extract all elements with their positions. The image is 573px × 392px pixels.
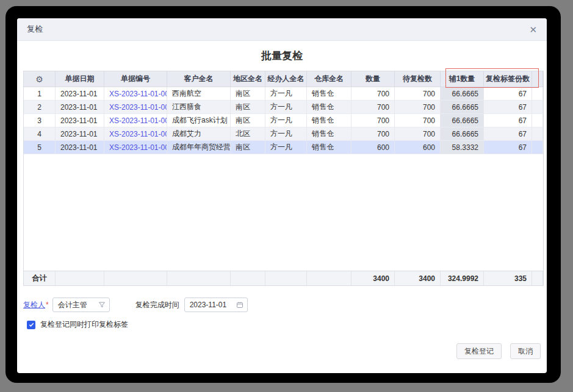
row-number: 2 bbox=[24, 101, 56, 114]
cell-customer: 成都年年商贸经营部 bbox=[167, 141, 231, 154]
cell-warehouse: 销售仓 bbox=[307, 101, 351, 114]
reviewer-label[interactable]: 复检人 bbox=[23, 300, 45, 310]
cell-qty: 700 bbox=[351, 114, 395, 127]
recheck-dialog: 复检 ✕ 批量复检 ⚙ 单据日期 单据编号 客户全名 地区全名 经办人全名 仓库… bbox=[17, 18, 547, 373]
dialog-header: 复检 ✕ bbox=[17, 18, 547, 41]
checkbox-checked-icon[interactable] bbox=[27, 321, 35, 329]
cell-label-copies[interactable]: 67 bbox=[484, 114, 532, 127]
totals-label-copies: 335 bbox=[484, 271, 532, 285]
cell-handler: 方一凡 bbox=[265, 127, 307, 141]
col-header-label-copies: 复检标签份数 bbox=[484, 71, 532, 87]
col-header-pending-qty: 待复检数 bbox=[395, 71, 441, 87]
calendar-icon bbox=[236, 301, 243, 308]
recheck-form-row: 复检人 * 会计主管 复检完成时间 2023-11-01 bbox=[23, 298, 248, 312]
table-empty-area bbox=[24, 154, 543, 271]
col-header-customer: 客户全名 bbox=[167, 71, 231, 87]
row-number: 1 bbox=[24, 87, 56, 101]
cell-handler: 方一凡 bbox=[265, 101, 307, 114]
cell-date: 2023-11-01 bbox=[56, 127, 104, 141]
table-header-row: ⚙ 单据日期 单据编号 客户全名 地区全名 经办人全名 仓库全名 数量 待复检数… bbox=[24, 71, 543, 87]
cell-warehouse: 销售仓 bbox=[307, 141, 351, 154]
cell-region: 南区 bbox=[231, 141, 265, 154]
cell-qty: 700 bbox=[351, 101, 395, 114]
col-header-region: 地区全名 bbox=[231, 71, 265, 87]
cell-warehouse: 销售仓 bbox=[307, 114, 351, 127]
col-header-warehouse: 仓库全名 bbox=[307, 71, 351, 87]
cell-qty: 700 bbox=[351, 87, 395, 101]
col-header-doc-no: 单据编号 bbox=[104, 71, 167, 87]
table-row[interactable]: 4 2023-11-01 XS-2023-11-01-00050 成都艾力 北区… bbox=[24, 127, 543, 141]
recheck-register-button[interactable]: 复检登记 bbox=[456, 343, 502, 359]
totals-label: 合计 bbox=[24, 271, 56, 285]
cell-pending-qty: 700 bbox=[395, 87, 441, 101]
cell-aux-qty: 66.6665 bbox=[441, 87, 484, 101]
batch-recheck-table: ⚙ 单据日期 单据编号 客户全名 地区全名 经办人全名 仓库全名 数量 待复检数… bbox=[23, 71, 544, 286]
cell-aux-qty: 66.6665 bbox=[441, 101, 484, 114]
doc-no-link[interactable]: XS-2023-11-01-00049 bbox=[109, 116, 167, 125]
cell-label-copies[interactable]: 67 bbox=[484, 141, 532, 154]
cell-aux-qty: 66.6665 bbox=[441, 127, 484, 141]
cell-date: 2023-11-01 bbox=[56, 87, 104, 101]
cell-qty: 700 bbox=[351, 127, 395, 141]
doc-no-link[interactable]: XS-2023-11-01-00051 bbox=[109, 143, 167, 152]
cell-warehouse: 销售仓 bbox=[307, 127, 351, 141]
print-label-checkbox-label: 复检登记同时打印复检标签 bbox=[40, 319, 128, 330]
row-number: 4 bbox=[24, 127, 56, 141]
cell-region: 南区 bbox=[231, 101, 265, 114]
table-row-selected[interactable]: 5 2023-11-01 XS-2023-11-01-00051 成都年年商贸经… bbox=[24, 141, 543, 154]
cell-customer: 西南航空 bbox=[167, 87, 231, 101]
totals-pending-qty: 3400 bbox=[395, 271, 441, 285]
col-header-qty: 数量 bbox=[351, 71, 395, 87]
dialog-title: 复检 bbox=[27, 24, 43, 35]
cell-region: 北区 bbox=[231, 127, 265, 141]
cell-customer: 江西膳食 bbox=[167, 101, 231, 114]
cell-aux-qty: 66.6665 bbox=[441, 114, 484, 127]
cell-date: 2023-11-01 bbox=[56, 101, 104, 114]
reviewer-value: 会计主管 bbox=[58, 300, 87, 310]
doc-no-link[interactable]: XS-2023-11-01-00047 bbox=[109, 90, 167, 98]
cell-label-copies[interactable]: 67 bbox=[484, 87, 532, 101]
cell-pending-qty: 600 bbox=[395, 141, 441, 154]
col-header-date: 单据日期 bbox=[56, 71, 104, 87]
cell-pending-qty: 700 bbox=[395, 127, 441, 141]
print-label-checkbox-row[interactable]: 复检登记同时打印复检标签 bbox=[27, 319, 128, 330]
cell-qty: 600 bbox=[351, 141, 395, 154]
page-title: 批量复检 bbox=[17, 49, 547, 63]
close-icon[interactable]: ✕ bbox=[529, 25, 537, 34]
finish-time-value: 2023-11-01 bbox=[190, 301, 227, 309]
table-row[interactable]: 2 2023-11-01 XS-2023-11-01-00048 江西膳食 南区… bbox=[24, 101, 543, 114]
dialog-footer-buttons: 复检登记 取消 bbox=[456, 343, 541, 359]
cell-handler: 方一凡 bbox=[265, 114, 307, 127]
cell-label-copies[interactable]: 67 bbox=[484, 101, 532, 114]
col-header-handler: 经办人全名 bbox=[265, 71, 307, 87]
cell-date: 2023-11-01 bbox=[56, 141, 104, 154]
finish-time-input[interactable]: 2023-11-01 bbox=[184, 298, 248, 312]
reviewer-select[interactable]: 会计主管 bbox=[52, 298, 110, 312]
cell-customer: 成都艾力 bbox=[167, 127, 231, 141]
filter-funnel-icon bbox=[98, 301, 106, 308]
cell-date: 2023-11-01 bbox=[56, 114, 104, 127]
doc-no-link[interactable]: XS-2023-11-01-00048 bbox=[109, 103, 167, 112]
finish-time-label: 复检完成时间 bbox=[135, 300, 179, 310]
totals-aux-qty: 324.9992 bbox=[441, 271, 484, 285]
cell-handler: 方一凡 bbox=[265, 141, 307, 154]
table-row[interactable]: 1 2023-11-01 XS-2023-11-01-00047 西南航空 南区… bbox=[24, 87, 543, 101]
cell-label-copies[interactable]: 67 bbox=[484, 127, 532, 141]
required-mark: * bbox=[46, 301, 49, 309]
cell-pending-qty: 700 bbox=[395, 114, 441, 127]
row-number: 3 bbox=[24, 114, 56, 127]
cell-warehouse: 销售仓 bbox=[307, 87, 351, 101]
cell-region: 南区 bbox=[231, 114, 265, 127]
cell-aux-qty: 58.3332 bbox=[441, 141, 484, 154]
doc-no-link[interactable]: XS-2023-11-01-00050 bbox=[109, 130, 167, 138]
cell-customer: 成都飞行ask计划 bbox=[167, 114, 231, 127]
col-header-aux-qty: 辅1数量 bbox=[441, 71, 484, 87]
row-number: 5 bbox=[24, 141, 56, 154]
totals-row: 合计 3400 3400 324.9992 335 bbox=[24, 271, 543, 285]
cell-pending-qty: 700 bbox=[395, 101, 441, 114]
totals-qty: 3400 bbox=[351, 271, 395, 285]
cancel-button[interactable]: 取消 bbox=[510, 343, 541, 359]
cell-handler: 方一凡 bbox=[265, 87, 307, 101]
column-settings-gear-icon[interactable]: ⚙ bbox=[35, 74, 43, 84]
table-row[interactable]: 3 2023-11-01 XS-2023-11-01-00049 成都飞行ask… bbox=[24, 114, 543, 127]
